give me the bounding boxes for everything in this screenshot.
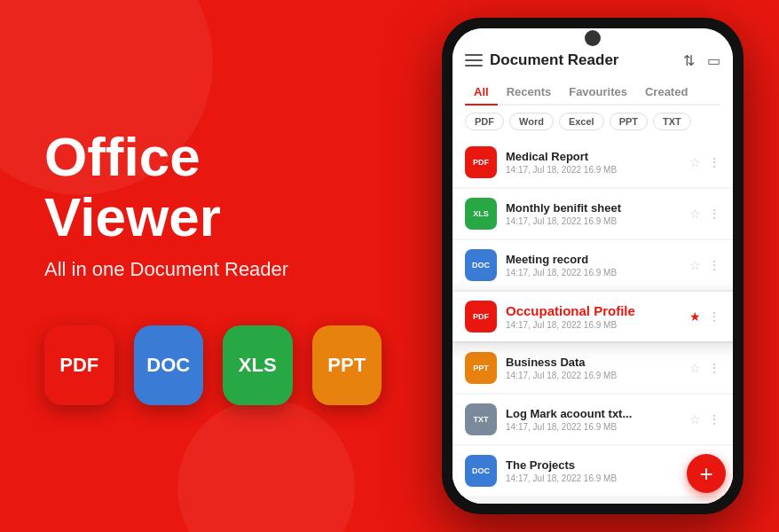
tab-recents[interactable]: Recents [498,80,561,104]
file-name: Meeting record [506,253,681,266]
badge-doc: DOC [465,455,497,487]
file-actions: ☆ ⋮ [689,361,720,375]
file-actions: ☆ ⋮ [689,412,720,426]
xls-icon-box: XLS [223,325,293,405]
more-icon[interactable]: ⋮ [708,361,720,375]
filter-txt[interactable]: TXT [653,113,691,130]
file-actions: ★ ⋮ [689,309,720,324]
file-info: The Projects 14:17, Jul 18, 2022 16.9 MB [506,458,681,483]
file-list: PDF Medical Report 14:17, Jul 18, 2022 1… [452,137,733,504]
file-meta: 14:17, Jul 18, 2022 16.9 MB [506,216,681,226]
pdf-icon-box: PDF [44,325,114,405]
star-icon[interactable]: ☆ [689,155,701,169]
list-item[interactable]: PPT Business Data 14:17, Jul 18, 2022 16… [452,343,733,393]
star-icon-active[interactable]: ★ [689,309,701,324]
left-panel: Office Viewer All in one Document Reader… [0,0,426,532]
badge-txt: TXT [465,403,497,435]
filter-ppt[interactable]: PPT [610,113,648,130]
file-info: Meeting record 14:17, Jul 18, 2022 16.9 … [506,253,681,278]
app-title: Office Viewer [44,127,382,247]
file-meta: 14:17, Jul 18, 2022 16.9 MB [506,268,681,278]
file-info: Monthly benifit sheet 14:17, Jul 18, 202… [506,201,681,226]
filter-row: PDF Word Excel PPT TXT [452,106,733,137]
more-icon[interactable]: ⋮ [708,309,720,324]
tab-favourites[interactable]: Favourites [560,80,636,104]
header-top: Document Reader ⇅ ▭ [465,51,720,69]
app-subtitle: All in one Document Reader [44,258,382,281]
file-name-highlighted: Occupational Profile [506,303,681,318]
file-info: Log Mark acoount txt... 14:17, Jul 18, 2… [506,407,681,432]
badge-ppt: PPT [465,352,497,384]
more-icon[interactable]: ⋮ [708,258,720,272]
header-icons: ⇅ ▭ [683,52,720,69]
icon-row: PDF DOC XLS PPT [44,325,382,405]
badge-xls: XLS [465,198,497,230]
phone-frame: Document Reader ⇅ ▭ All Recents Fav [442,18,744,514]
filter-word[interactable]: Word [509,113,554,130]
sort-icon[interactable]: ⇅ [683,52,695,69]
file-info: Medical Report 14:17, Jul 18, 2022 16.9 … [506,150,681,175]
doc-icon-box: DOC [134,325,204,405]
star-icon[interactable]: ☆ [689,258,701,272]
badge-pdf-highlighted: PDF [465,301,497,332]
hamburger-icon[interactable] [465,54,483,66]
file-name: Monthly benifit sheet [506,201,681,215]
file-info: Occupational Profile 14:17, Jul 18, 2022… [506,303,681,330]
list-item[interactable]: PDF Medical Report 14:17, Jul 18, 2022 1… [452,137,733,187]
file-name: Business Data [506,356,681,369]
doc-label: DOC [146,354,190,377]
star-icon[interactable]: ☆ [689,207,701,221]
fab-plus-icon: + [699,460,712,488]
tab-all[interactable]: All [465,80,498,104]
star-icon[interactable]: ☆ [689,361,701,375]
badge-pdf: PDF [465,146,497,178]
more-icon[interactable]: ⋮ [708,207,720,221]
ppt-icon-box: PPT [312,325,382,405]
tab-created[interactable]: Created [636,80,696,104]
filter-pdf[interactable]: PDF [465,113,504,130]
file-meta: 14:17, Jul 18, 2022 16.9 MB [506,165,681,175]
file-info: Business Data 14:17, Jul 18, 2022 16.9 M… [506,356,681,380]
phone-notch [585,30,601,46]
list-item-highlighted[interactable]: PDF Occupational Profile 14:17, Jul 18, … [452,292,733,341]
more-icon[interactable]: ⋮ [708,155,720,169]
list-item[interactable]: DOC Meeting record 14:17, Jul 18, 2022 1… [452,240,733,290]
header-title: Document Reader [490,51,683,69]
badge-doc: DOC [465,249,497,281]
list-item[interactable]: XLS Monthly benifit sheet 14:17, Jul 18,… [452,189,733,239]
file-meta: 14:17, Jul 18, 2022 16.9 MB [506,422,681,432]
pdf-label: PDF [59,354,98,377]
ppt-label: PPT [327,354,366,377]
file-actions: ☆ ⋮ [689,207,720,221]
star-icon[interactable]: ☆ [689,412,701,426]
xls-label: XLS [239,354,277,377]
file-meta: 14:17, Jul 18, 2022 16.9 MB [506,473,681,483]
more-icon[interactable]: ⋮ [708,412,720,426]
file-actions: ☆ ⋮ [689,258,720,272]
folder-icon[interactable]: ▭ [707,52,720,69]
file-name: Log Mark acoount txt... [506,407,681,420]
list-item[interactable]: TXT Log Mark acoount txt... 14:17, Jul 1… [452,395,733,444]
phone-wrapper: Document Reader ⇅ ▭ All Recents Fav [433,18,752,523]
phone-screen: Document Reader ⇅ ▭ All Recents Fav [452,28,733,504]
file-actions: ☆ ⋮ [689,155,720,169]
file-meta: 14:17, Jul 18, 2022 16.9 MB [506,320,681,330]
filter-excel[interactable]: Excel [559,113,604,130]
file-name: The Projects [506,458,681,472]
file-name: Medical Report [506,150,681,163]
file-meta: 14:17, Jul 18, 2022 16.9 MB [506,371,681,380]
tabs-row: All Recents Favourites Created [465,80,720,106]
fab-add-button[interactable]: + [687,454,726,493]
